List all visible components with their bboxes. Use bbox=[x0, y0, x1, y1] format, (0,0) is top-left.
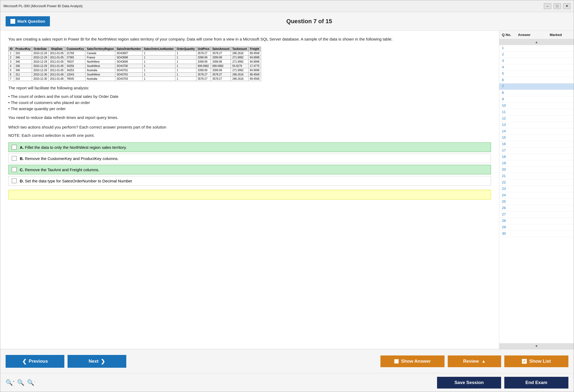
end-exam-button[interactable]: End Exam bbox=[504, 377, 568, 389]
scroll-up-arrow[interactable]: ▲ bbox=[499, 39, 574, 45]
close-button[interactable]: ✕ bbox=[563, 3, 571, 9]
sidebar-row-28[interactable]: 28 bbox=[499, 218, 574, 224]
sidebar-row-12[interactable]: 12 bbox=[499, 115, 574, 122]
table-cell: 84.9998 bbox=[248, 68, 261, 73]
show-list-button[interactable]: Show List bbox=[504, 355, 568, 367]
sidebar-row-answer bbox=[518, 193, 550, 198]
table-cell: 346 bbox=[14, 68, 32, 73]
sidebar-row-13[interactable]: 13 bbox=[499, 122, 574, 128]
answer-option-a[interactable]: A. Fillet the data to only the NorthWest… bbox=[8, 142, 491, 152]
sidebar-row-marked bbox=[550, 161, 571, 166]
end-exam-label: End Exam bbox=[525, 380, 547, 385]
sidebar-row-19[interactable]: 19 bbox=[499, 160, 574, 167]
save-session-button[interactable]: Save Session bbox=[437, 377, 501, 389]
footer-nav: ❮ Previous Next ❯ Show Answer Review ▲ bbox=[0, 349, 574, 373]
answer-option-d[interactable]: D. Set the data type for SatesOrderNumbe… bbox=[8, 176, 491, 186]
sidebar-row-4[interactable]: 4 bbox=[499, 64, 574, 71]
question-intro: You are creating a sales report in Power… bbox=[8, 36, 491, 42]
sidebar-row-num: 27 bbox=[502, 212, 518, 217]
table-cell: 2010-12-29 bbox=[32, 60, 49, 64]
sidebar-row-30[interactable]: 30 bbox=[499, 231, 574, 237]
sidebar-row-29[interactable]: 29 bbox=[499, 224, 574, 231]
main-content: You are creating a sales report in Power… bbox=[0, 31, 499, 349]
table-cell: 3578.27 bbox=[211, 77, 231, 81]
sidebar-row-answer bbox=[518, 71, 550, 76]
table-cell: 89.4568 bbox=[248, 73, 261, 77]
zoom-out-icon[interactable]: 🔍- bbox=[27, 379, 35, 386]
review-button[interactable]: Review ▲ bbox=[448, 355, 501, 367]
scroll-down-arrow[interactable]: ▼ bbox=[499, 343, 574, 349]
sidebar-row-2[interactable]: 2 bbox=[499, 51, 574, 58]
answer-option-c[interactable]: C. Remove the TaxAmt and Freight columns… bbox=[8, 165, 491, 174]
table-cell: 699.0982 bbox=[196, 64, 211, 68]
sidebar-row-7[interactable]: 7 bbox=[499, 83, 574, 90]
table-row: 73102010-12-302011-01-0676545AustraliaSO… bbox=[9, 77, 261, 81]
sidebar-row-16[interactable]: 16 bbox=[499, 141, 574, 147]
sidebar-row-21[interactable]: 21 bbox=[499, 173, 574, 179]
table-cell: 336 bbox=[14, 64, 32, 68]
zoom-reset-icon[interactable]: 🔍 bbox=[17, 379, 24, 386]
sidebar-row-8[interactable]: 8 bbox=[499, 90, 574, 96]
sidebar-row-10[interactable]: 10 bbox=[499, 103, 574, 109]
sidebar-row-11[interactable]: 11 bbox=[499, 109, 574, 115]
sidebar-row-num: 12 bbox=[502, 116, 518, 121]
table-cell: 3399.99 bbox=[196, 60, 211, 64]
sidebar-row-15[interactable]: 15 bbox=[499, 135, 574, 141]
sidebar-list: 1234567891011121314151617181920212223242… bbox=[499, 45, 574, 343]
sidebar-row-answer bbox=[518, 84, 550, 89]
table-cell: 76545 bbox=[65, 77, 85, 81]
sidebar-row-marked bbox=[550, 206, 571, 210]
sidebar-row-num: 19 bbox=[502, 161, 518, 166]
table-cell: SO43700 bbox=[115, 64, 142, 68]
option-label-a: A. Fillet the data to only the NorthWest… bbox=[20, 145, 127, 150]
sidebar-row-14[interactable]: 14 bbox=[499, 128, 574, 135]
prev-chevron-icon: ❮ bbox=[22, 358, 27, 365]
show-answer-checkbox-icon bbox=[394, 359, 399, 363]
sidebar-row-17[interactable]: 17 bbox=[499, 147, 574, 154]
table-header-cell: UnitPrice bbox=[196, 47, 211, 51]
main-window: Microsoft PL-300 (Microsoft Power BI Dat… bbox=[0, 0, 574, 392]
next-button[interactable]: Next ❯ bbox=[68, 355, 126, 368]
sidebar-row-3[interactable]: 3 bbox=[499, 58, 574, 64]
sidebar-row-num: 24 bbox=[502, 193, 518, 198]
sidebar-row-23[interactable]: 23 bbox=[499, 186, 574, 192]
table-cell: 3578.27 bbox=[211, 73, 231, 77]
sidebar-row-marked bbox=[550, 193, 571, 198]
table-cell: SO43699 bbox=[115, 60, 142, 64]
sidebar-row-5[interactable]: 5 bbox=[499, 71, 574, 77]
maximize-button[interactable]: □ bbox=[553, 3, 561, 9]
sidebar-row-marked bbox=[550, 116, 571, 121]
table-cell: 3399.99 bbox=[196, 68, 211, 73]
zoom-in-icon[interactable]: 🔍+ bbox=[6, 379, 14, 386]
sidebar-row-9[interactable]: 9 bbox=[499, 96, 574, 103]
sidebar-row-answer bbox=[518, 91, 550, 95]
sidebar-row-marked bbox=[550, 103, 571, 108]
footer-right: Show Answer Review ▲ Show List bbox=[380, 355, 568, 367]
table-cell: 310 bbox=[14, 77, 32, 81]
sidebar-row-20[interactable]: 20 bbox=[499, 167, 574, 173]
window-title: Microsoft PL-300 (Microsoft Power BI Dat… bbox=[3, 4, 82, 8]
table-cell: 5 bbox=[9, 68, 14, 73]
table-cell: 2010-12-29 bbox=[32, 51, 49, 55]
sidebar-row-marked bbox=[550, 199, 571, 204]
table-cell: 2 bbox=[9, 55, 14, 60]
sidebar-row-marked bbox=[550, 142, 571, 146]
answer-option-b[interactable]: B. Remove the CustomerKey and ProductKey… bbox=[8, 154, 491, 163]
sidebar-row-22[interactable]: 22 bbox=[499, 179, 574, 186]
sidebar-row-18[interactable]: 18 bbox=[499, 154, 574, 160]
show-answer-button[interactable]: Show Answer bbox=[380, 355, 445, 367]
sidebar-row-27[interactable]: 27 bbox=[499, 211, 574, 218]
sidebar-row-marked bbox=[550, 59, 571, 63]
sidebar-row-25[interactable]: 25 bbox=[499, 199, 574, 205]
sidebar-row-1[interactable]: 1 bbox=[499, 45, 574, 51]
session-controls: Save Session End Exam bbox=[437, 377, 568, 389]
minimize-button[interactable]: – bbox=[544, 3, 551, 9]
table-cell: SouthWest bbox=[85, 73, 115, 77]
sidebar-row-marked bbox=[550, 180, 571, 185]
previous-button[interactable]: ❮ Previous bbox=[6, 355, 64, 368]
sidebar-row-6[interactable]: 6 bbox=[499, 77, 574, 83]
sidebar-row-24[interactable]: 24 bbox=[499, 192, 574, 199]
option-checkbox-c bbox=[12, 167, 17, 172]
sidebar-row-26[interactable]: 26 bbox=[499, 205, 574, 211]
mark-question-button[interactable]: Mark Question bbox=[6, 16, 50, 26]
